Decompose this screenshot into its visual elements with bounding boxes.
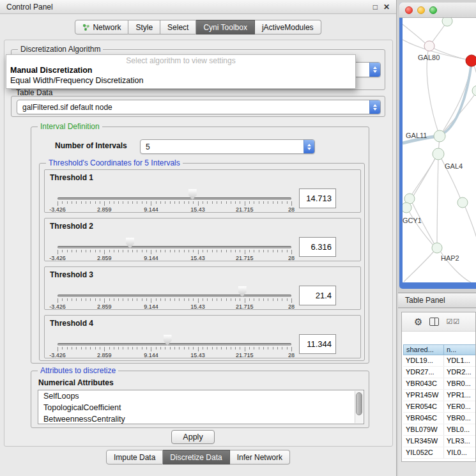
tab-label: Discretize Data [170,453,222,462]
tick-mark [109,347,110,349]
attributes-listbox[interactable]: SelfLoopsTopologicalCoefficientBetweenne… [38,390,364,424]
tab-cyni-toolbox[interactable]: Cyni Toolbox [196,20,254,35]
tick-mark [90,347,91,349]
table-cell[interactable]: YPR1... [444,390,476,401]
threshold-slider[interactable]: -3.4262.8599.14415.4321.71528 [58,170,291,213]
tab-network[interactable]: Network [75,20,128,35]
table-row[interactable]: YLR345WYLR3... [403,436,476,447]
table-row[interactable]: YIL052CYIL0... [403,447,476,459]
table-cell[interactable]: YDR27... [403,367,444,378]
show-columns-icon[interactable] [429,318,439,326]
tick-mark [118,250,119,252]
slider-track[interactable] [58,246,291,249]
tab-jactivemodules[interactable]: jActiveModules [255,20,321,35]
network-node[interactable] [432,243,442,253]
table-cell[interactable]: YLR345W [403,436,444,447]
close-window-icon[interactable]: ✕ [383,3,390,12]
scrollbar-thumb[interactable] [356,392,362,415]
combobox-stepper-icon[interactable] [303,140,314,153]
combobox-stepper-icon[interactable] [369,100,380,114]
table-row[interactable]: YBR045CYBR0... [403,413,476,424]
threshold-value-field[interactable]: 14.713 [299,188,336,208]
threshold-value-field[interactable]: 11.344 [299,334,336,354]
attributes-scrollbar[interactable] [355,391,363,423]
control-panel-titlebar[interactable]: Control Panel □ ✕ [0,0,396,14]
network-node[interactable] [457,197,468,208]
network-canvas[interactable]: GAL80GAL11GAL4GCY1HAP2 [403,18,476,282]
table-cell[interactable]: YER054C [403,401,444,412]
attribute-item[interactable]: SelfLoops [38,390,364,402]
bottom-tab-discretize-data[interactable]: Discretize Data [163,450,229,464]
table-row[interactable]: YDR27...YDR2... [403,367,476,378]
highlighted-network-node[interactable] [466,55,476,66]
minimize-traffic-light-icon[interactable] [417,6,425,14]
table-cell[interactable]: YER0... [444,401,476,412]
apply-button[interactable]: Apply [171,430,215,444]
slider-track[interactable] [58,295,291,297]
network-node[interactable] [434,130,445,142]
tick-mark [212,250,213,252]
scale-label: 9.144 [144,352,158,358]
dropdown-option-equal-width-frequency[interactable]: Equal Width/Frequency Discretization [6,75,355,86]
table-row[interactable]: YDL19...YDL1... [403,355,476,367]
table-panel-header[interactable]: Table Panel [398,293,476,308]
dropdown-option-manual-discretization[interactable]: Manual Discretization [6,65,355,75]
select-columns-check-icons[interactable]: ☑☑ [446,318,460,325]
network-node[interactable] [442,18,452,26]
network-node[interactable] [472,86,476,96]
column-header-shared-name[interactable]: shared... [403,344,444,355]
table-data-combobox[interactable]: galFiltered.sif default node [17,100,381,114]
table-cell[interactable]: YIL052C [403,447,444,458]
tick-mark [179,298,180,301]
threshold-slider[interactable]: -3.4262.8599.14415.4321.71528 [58,267,291,311]
network-window-titlebar[interactable] [399,3,476,18]
tab-select[interactable]: Select [160,20,196,35]
tick-mark [76,201,77,204]
threshold-value-field[interactable]: 6.316 [299,237,336,257]
zoom-traffic-light-icon[interactable] [429,6,437,14]
table-settings-gear-icon[interactable]: ⚙ [414,317,422,326]
threshold-slider[interactable]: -3.4262.8599.14415.4321.71528 [58,316,291,359]
attribute-item[interactable]: TopologicalCoefficient [38,402,364,413]
table-cell[interactable]: YIL0... [444,447,476,458]
network-node[interactable] [424,41,434,51]
table-cell[interactable]: YBR045C [403,413,444,424]
table-cell[interactable]: YPR145W [403,390,444,401]
float-window-icon[interactable]: □ [373,3,378,12]
num-intervals-combobox[interactable]: 5 [140,139,315,154]
tick-mark [249,298,250,301]
bottom-tab-impute-data[interactable]: Impute Data [106,450,163,464]
table-cell[interactable]: YBR043C [403,378,444,389]
table-row[interactable]: YPR145WYPR1... [403,390,476,401]
table-cell[interactable]: YDR2... [444,367,476,378]
table-cell[interactable]: YDL1... [444,355,476,366]
table-panel-title: Table Panel [405,296,445,305]
tick-mark [160,250,161,252]
tick-mark [142,250,142,252]
tick-mark [291,201,292,206]
table-cell[interactable]: YBR0... [444,378,476,389]
combobox-stepper-icon[interactable] [369,63,380,77]
attribute-item[interactable]: BetweennessCentrality [38,413,364,424]
network-node[interactable] [433,148,444,160]
table-cell[interactable]: YLR3... [444,436,476,447]
network-node[interactable] [403,203,411,213]
tick-mark [217,201,217,204]
threshold-value-field[interactable]: 21.4 [299,286,336,305]
table-cell[interactable]: YBL0... [444,424,476,435]
tab-style[interactable]: Style [128,20,160,35]
column-header-name[interactable]: n... [444,344,476,355]
table-cell[interactable]: YBL079W [403,424,444,435]
close-traffic-light-icon[interactable] [405,6,413,14]
table-row[interactable]: YBR043CYBR0... [403,378,476,390]
scale-label: 15.43 [190,206,205,213]
bottom-tab-infer-network[interactable]: Infer Network [230,450,290,464]
table-row[interactable]: YER054CYER0... [403,401,476,413]
tick-mark [221,347,222,349]
table-cell[interactable]: YBR0... [444,413,476,424]
table-row[interactable]: YBL079WYBL0... [403,424,476,436]
threshold-slider[interactable]: -3.4262.8599.14415.4321.71528 [58,219,291,262]
slider-track[interactable] [58,197,291,200]
slider-track[interactable] [58,343,291,346]
table-cell[interactable]: YDL19... [403,355,444,366]
